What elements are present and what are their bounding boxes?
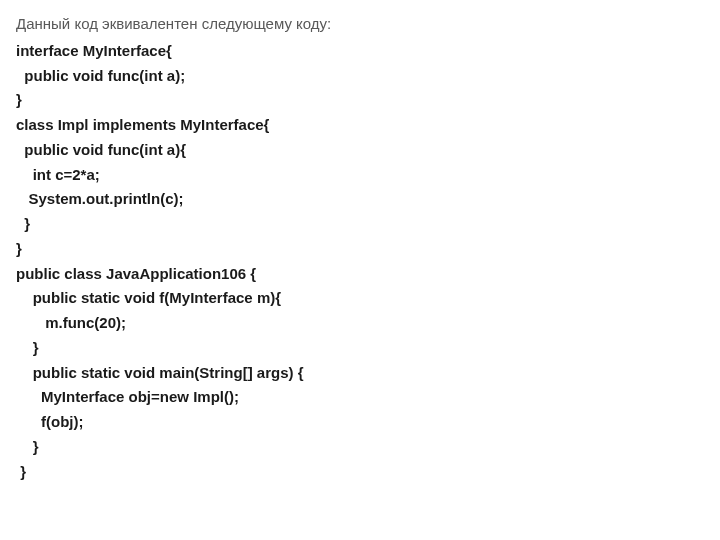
code-line: System.out.println(c); (16, 187, 704, 212)
code-line: f(obj); (16, 410, 704, 435)
code-line: MyInterface obj=new Impl(); (16, 385, 704, 410)
code-line: public class JavaApplication106 { (16, 262, 704, 287)
intro-text: Данный код эквивалентен следующему коду: (16, 12, 704, 37)
code-line: class Impl implements MyInterface{ (16, 113, 704, 138)
code-line: } (16, 435, 704, 460)
code-line: interface MyInterface{ (16, 39, 704, 64)
code-line: } (16, 336, 704, 361)
code-line: } (16, 88, 704, 113)
code-line: m.func(20); (16, 311, 704, 336)
code-line: int c=2*a; (16, 163, 704, 188)
code-line: public void func(int a){ (16, 138, 704, 163)
code-line: public static void f(MyInterface m){ (16, 286, 704, 311)
code-line: } (16, 460, 704, 485)
code-line: public static void main(String[] args) { (16, 361, 704, 386)
code-line: public void func(int a); (16, 64, 704, 89)
code-block: interface MyInterface{ public void func(… (16, 39, 704, 485)
code-line: } (16, 212, 704, 237)
code-line: } (16, 237, 704, 262)
